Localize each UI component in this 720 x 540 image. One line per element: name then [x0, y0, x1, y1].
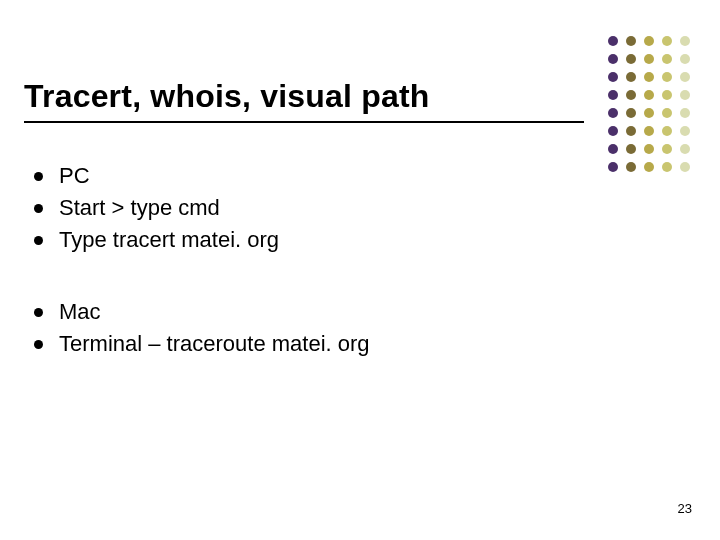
decor-dot [680, 54, 690, 64]
decor-dot [644, 108, 654, 118]
list-item-label: Terminal – traceroute matei. org [59, 328, 370, 360]
decor-dot [662, 108, 672, 118]
decor-dot [608, 90, 618, 100]
decor-dot [626, 144, 636, 154]
decor-dot [608, 162, 618, 172]
decor-dot [644, 54, 654, 64]
slide: Tracert, whois, visual path PC Start > t… [0, 0, 720, 540]
decor-dot [608, 36, 618, 46]
list-item: Terminal – traceroute matei. org [34, 328, 594, 360]
decor-dot [662, 72, 672, 82]
list-item: Mac [34, 296, 594, 328]
content-area: PC Start > type cmd Type tracert matei. … [34, 160, 594, 399]
decor-dot [662, 90, 672, 100]
slide-title: Tracert, whois, visual path [24, 78, 600, 115]
bullet-icon [34, 308, 43, 317]
decor-dot [644, 126, 654, 136]
list-item-label: PC [59, 160, 90, 192]
decor-dot [644, 162, 654, 172]
decor-dot [680, 162, 690, 172]
decor-dot [644, 72, 654, 82]
title-underline [24, 121, 584, 123]
decor-dot [626, 36, 636, 46]
decor-dot [608, 72, 618, 82]
decor-dot [680, 126, 690, 136]
decor-dot [626, 108, 636, 118]
list-item: Type tracert matei. org [34, 224, 594, 256]
decor-dot [680, 36, 690, 46]
decor-dot [626, 72, 636, 82]
list-item: Start > type cmd [34, 192, 594, 224]
decor-dot [644, 36, 654, 46]
decor-dot [680, 144, 690, 154]
decor-dot-grid [608, 36, 694, 176]
decor-dot [626, 162, 636, 172]
bullet-icon [34, 340, 43, 349]
list-item-label: Start > type cmd [59, 192, 220, 224]
decor-dot [662, 162, 672, 172]
list-item-label: Mac [59, 296, 101, 328]
list-item: PC [34, 160, 594, 192]
decor-dot [680, 90, 690, 100]
decor-dot [680, 108, 690, 118]
decor-dot [608, 54, 618, 64]
decor-dot [680, 72, 690, 82]
bullet-icon [34, 204, 43, 213]
decor-dot [608, 126, 618, 136]
decor-dot [626, 54, 636, 64]
decor-dot [662, 36, 672, 46]
list-item-label: Type tracert matei. org [59, 224, 279, 256]
decor-dot [626, 90, 636, 100]
page-number: 23 [678, 501, 692, 516]
bullet-group-2: Mac Terminal – traceroute matei. org [34, 296, 594, 360]
decor-dot [644, 144, 654, 154]
decor-dot [662, 126, 672, 136]
bullet-group-1: PC Start > type cmd Type tracert matei. … [34, 160, 594, 256]
decor-dot [644, 90, 654, 100]
bullet-icon [34, 172, 43, 181]
decor-dot [662, 54, 672, 64]
title-block: Tracert, whois, visual path [24, 78, 600, 123]
decor-dot [626, 126, 636, 136]
decor-dot [608, 108, 618, 118]
decor-dot [608, 144, 618, 154]
decor-dot [662, 144, 672, 154]
bullet-icon [34, 236, 43, 245]
